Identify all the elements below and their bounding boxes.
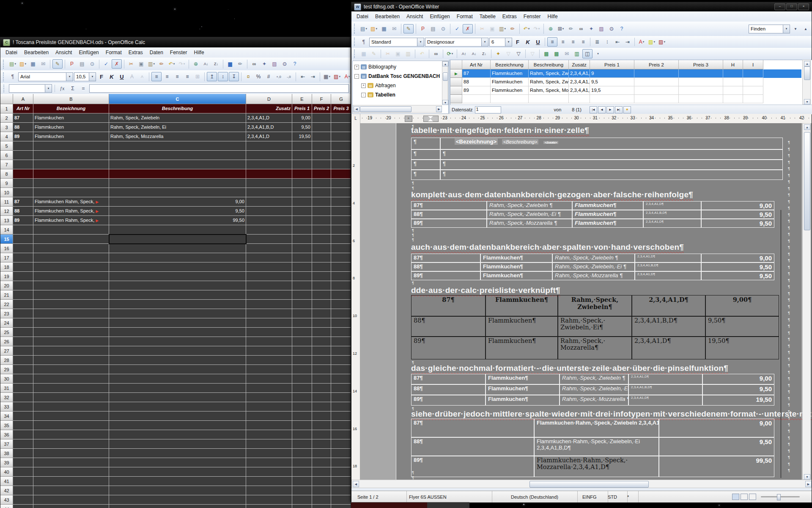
align-right-icon[interactable]: ≡ bbox=[568, 38, 578, 46]
spreadsheet-cell[interactable] bbox=[312, 179, 331, 188]
doc-table-cell[interactable]: 88¶ bbox=[411, 316, 486, 337]
doc-table-cell[interactable]: 2,3,4,A1,D¶ bbox=[632, 295, 705, 316]
vertical-ruler[interactable]: 24681012141618 bbox=[351, 123, 360, 480]
spreadsheet-cell[interactable] bbox=[331, 132, 351, 141]
grid-cell[interactable] bbox=[634, 78, 679, 86]
record-number-input[interactable]: 1 bbox=[475, 106, 501, 113]
doc-table-cell[interactable]: 89¶ bbox=[411, 337, 486, 359]
spreadsheet-cell[interactable] bbox=[109, 300, 246, 309]
find-toolbar-input[interactable]: Finden▾ bbox=[749, 25, 790, 33]
spreadsheet-cell[interactable] bbox=[246, 160, 292, 169]
new-document-icon[interactable]: ▤ bbox=[8, 60, 17, 68]
doc-table-cell[interactable]: 9,00 bbox=[701, 254, 774, 262]
collapse-icon[interactable]: - bbox=[361, 93, 366, 97]
tree-item-abfragen[interactable]: +▤Abfragen bbox=[361, 82, 449, 89]
spreadsheet-cell[interactable] bbox=[13, 253, 33, 262]
tree-item-bibliography[interactable]: +▤Bibliography bbox=[354, 63, 443, 71]
grid-vertical-scrollbar[interactable]: ▲▼ bbox=[802, 60, 811, 105]
spreadsheet-cell[interactable]: Flammkuchen bbox=[33, 132, 109, 141]
spreadsheet-cell[interactable] bbox=[292, 384, 312, 393]
undo-icon[interactable]: ↶ bbox=[167, 60, 176, 68]
spreadsheet-cell[interactable]: Preis 3 bbox=[331, 104, 351, 113]
scroll-up-icon[interactable]: ▲ bbox=[804, 61, 810, 66]
grid-cell[interactable]: 2,3,4,A1,D bbox=[569, 86, 590, 95]
spreadsheet-cell[interactable] bbox=[246, 169, 292, 179]
spreadsheet-cell[interactable] bbox=[312, 486, 331, 495]
doc-table-cell[interactable]: Rahm,·Speck,·Mozzarella ¶ bbox=[552, 271, 635, 280]
calc-menu-format[interactable]: Format bbox=[102, 48, 125, 57]
spreadsheet-cell[interactable] bbox=[33, 235, 109, 244]
row-header-21[interactable]: 21 bbox=[0, 290, 13, 300]
spreadsheet-cell[interactable] bbox=[331, 393, 351, 402]
spreadsheet-cell[interactable] bbox=[33, 467, 109, 477]
expand-icon[interactable]: + bbox=[361, 83, 366, 88]
redo-icon[interactable]: ↷ bbox=[532, 25, 541, 33]
spreadsheet-cell[interactable] bbox=[312, 253, 331, 262]
spreadsheet-cell[interactable] bbox=[33, 384, 109, 393]
doc-table-cell[interactable]: 2,3,4,A1,B,D¶ bbox=[628, 384, 702, 395]
spreadsheet-cell[interactable] bbox=[109, 384, 246, 393]
spreadsheet-cell[interactable] bbox=[312, 235, 331, 244]
spreadsheet-cell[interactable] bbox=[246, 225, 292, 235]
spreadsheet-cell[interactable] bbox=[331, 495, 351, 505]
spreadsheet-cell[interactable] bbox=[246, 262, 292, 272]
grid-cell[interactable]: 88 bbox=[462, 78, 491, 86]
grid-cell[interactable] bbox=[743, 86, 763, 95]
spreadsheet-cell[interactable] bbox=[246, 402, 292, 411]
status-page-style[interactable]: Flyer 6S AUSSEN bbox=[406, 491, 492, 502]
spreadsheet-cell[interactable] bbox=[33, 290, 109, 300]
spreadsheet-cell[interactable] bbox=[13, 141, 33, 151]
scroll-up-icon[interactable]: ▲ bbox=[442, 61, 448, 66]
spreadsheet-cell[interactable] bbox=[246, 421, 292, 430]
grid-column-header-preis-3[interactable]: Preis 3 bbox=[679, 60, 723, 69]
formula-icon[interactable]: = bbox=[79, 84, 88, 93]
spreadsheet-cell[interactable] bbox=[109, 430, 246, 439]
spreadsheet-cell[interactable] bbox=[246, 439, 292, 449]
spreadsheet-cell[interactable] bbox=[13, 188, 33, 197]
doc-table-cell[interactable]: Rahm,·Speck,· Zwiebeln,·Ei¶ bbox=[558, 316, 632, 337]
show-draw-functions-icon[interactable]: ✏ bbox=[566, 25, 576, 33]
save-icon[interactable]: ▦ bbox=[379, 25, 389, 33]
function-wizard-icon[interactable]: ƒx bbox=[58, 84, 67, 93]
gallery-icon[interactable]: ▨ bbox=[270, 60, 279, 68]
spreadsheet-cell[interactable] bbox=[312, 290, 331, 300]
spreadsheet-cell[interactable] bbox=[331, 188, 351, 197]
refresh-icon[interactable]: ⟳ bbox=[445, 50, 455, 58]
spreadsheet-cell[interactable] bbox=[246, 188, 292, 197]
spreadsheet-cell[interactable] bbox=[312, 439, 331, 449]
calc-menu-extras[interactable]: Extras bbox=[125, 48, 146, 57]
scrollbar-thumb[interactable] bbox=[804, 66, 810, 80]
spreadsheet-cell[interactable] bbox=[33, 477, 109, 486]
spreadsheet-cell[interactable] bbox=[33, 402, 109, 411]
spreadsheet-cell[interactable] bbox=[312, 449, 331, 458]
spreadsheet-cell[interactable] bbox=[13, 281, 33, 290]
spreadsheet-cell[interactable] bbox=[246, 449, 292, 458]
row-header-19[interactable]: 19 bbox=[0, 272, 13, 281]
row-header-18[interactable]: 18 bbox=[0, 262, 13, 272]
spreadsheet-cell[interactable] bbox=[312, 458, 331, 467]
doc-table-cell[interactable]: 99,50 bbox=[659, 456, 774, 477]
doc-heading-h1[interactable]: tabelle·mit·eingefügten·feldern·in·einer… bbox=[411, 126, 589, 135]
doc-table-cell[interactable]: 9,00¶ bbox=[705, 295, 779, 316]
close-button[interactable]: × bbox=[798, 3, 809, 10]
spreadsheet-cell[interactable]: Art Nr bbox=[13, 104, 33, 113]
row-header-33[interactable]: 33 bbox=[0, 402, 13, 411]
row-header-14[interactable]: 14 bbox=[0, 225, 13, 235]
field-beschreibung[interactable]: <Beschreibung> bbox=[502, 139, 538, 144]
multi-page-view-icon[interactable] bbox=[741, 494, 748, 500]
calc-menu-einfügen[interactable]: Einfügen bbox=[75, 48, 102, 57]
doc-heading-h3[interactable]: auch·aus·dem·datenbankbereich·aber·spalt… bbox=[411, 243, 684, 252]
doc-table-cell[interactable]: 87¶ bbox=[411, 419, 534, 437]
spellcheck-icon[interactable]: ✓ bbox=[453, 25, 462, 33]
spreadsheet-cell[interactable] bbox=[292, 449, 312, 458]
grid-cell[interactable] bbox=[743, 78, 763, 86]
spreadsheet-cell[interactable] bbox=[331, 151, 351, 160]
spreadsheet-cell[interactable] bbox=[13, 346, 33, 356]
spreadsheet-cell[interactable] bbox=[292, 300, 312, 309]
spreadsheet-cell[interactable] bbox=[312, 141, 331, 151]
save-record-icon[interactable]: ▦ bbox=[359, 50, 368, 58]
spreadsheet-cell[interactable] bbox=[331, 421, 351, 430]
spreadsheet-cell[interactable] bbox=[292, 207, 312, 216]
spreadsheet-cell[interactable] bbox=[292, 374, 312, 384]
spreadsheet-cell[interactable] bbox=[312, 309, 331, 318]
